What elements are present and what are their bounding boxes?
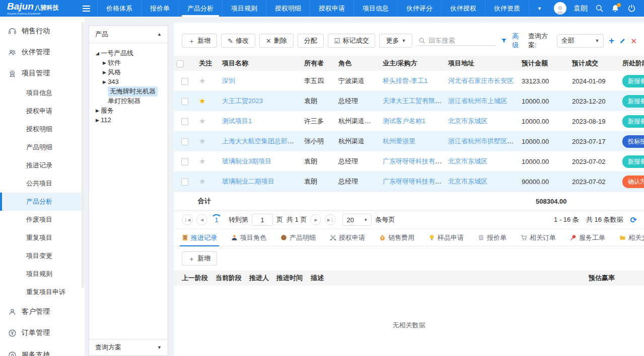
tree-node-lamp-controller[interactable]: 单灯控制器 [92,96,165,106]
table-row[interactable]: ★ 深圳 李五四 宁波渠道 桥头排骨-李工1 河北省石家庄市长安区 33123.… [174,71,644,91]
per-page-select[interactable]: 20 ▼ [342,214,372,226]
nav-item-project-info[interactable]: 项目信息 [353,0,397,17]
address-link[interactable]: 北京市东城区 [448,157,487,165]
add-button[interactable]: ＋新增 [182,34,217,48]
tree-collapsed-arrow-icon[interactable]: ▶ [94,108,101,113]
row-checkbox[interactable] [181,179,188,186]
tree-expanded-arrow-icon[interactable]: ◢ [94,51,101,56]
refresh-icon[interactable]: ⟳ [630,215,637,225]
tree-collapsed-arrow-icon[interactable]: ▶ [101,70,108,75]
project-name-link[interactable]: 上海大大航空集团总部大楼... [222,137,301,145]
project-name-link[interactable]: 玻璃制业二期项目 [222,177,274,185]
sidebar-group-sales-action[interactable]: 销售行动 [0,21,85,42]
col-close-date[interactable]: 预计成交 [569,56,619,71]
sidebar-item-voided-projects[interactable]: 作废项目 [0,211,85,229]
sidebar-group-order-mgmt[interactable]: 订单管理 [0,322,85,343]
more-button[interactable]: 更多▼ [379,34,412,48]
tab-service-orders[interactable]: 服务工单 [570,229,605,246]
sidebar-item-duplicate-appeal[interactable]: 重复项目申诉 [0,283,85,301]
power-icon[interactable] [627,4,636,13]
sidebar-group-service-support[interactable]: 服务支持 [0,344,85,356]
search-input[interactable] [428,37,494,44]
prev-page-button[interactable]: ◀ [196,214,207,225]
nav-more-caret-icon[interactable]: ▼ [529,0,550,17]
tab-quotation[interactable]: 报价单 [478,229,507,246]
address-link[interactable]: 浙江省杭州市上城区 [448,97,507,105]
nav-item-quotation[interactable]: 报价单 [141,0,178,17]
star-icon[interactable]: ★ [199,177,205,186]
star-icon[interactable]: ★ [199,76,205,85]
nav-item-price-system[interactable]: 价格体系 [97,0,141,17]
last-page-button[interactable]: ▶❘ [325,214,336,225]
nav-item-product-analysis[interactable]: 产品分析 [178,0,222,17]
col-address[interactable]: 项目地址 [445,56,519,71]
detail-add-button[interactable]: ＋新增 [182,251,217,265]
sidebar-item-project-changes[interactable]: 项目变更 [0,247,85,265]
nav-item-partner-score[interactable]: 伙伴评分 [397,0,441,17]
edit-button[interactable]: ✎修改 [221,34,255,48]
col-buyer[interactable]: 业主/采购方 [380,56,445,71]
buyer-link[interactable]: 天津大王工贸有限公司 [383,97,445,105]
buyer-link[interactable]: 广东呀呀呀科技有限... [383,177,445,185]
filter-funnel-icon[interactable] [501,37,507,44]
plan-select[interactable]: 全部 ▼ [557,34,604,48]
project-name-link[interactable]: 深圳 [222,77,235,84]
address-link[interactable]: 浙江省杭州市拱墅区建国北... [448,137,519,145]
sidebar-group-customer-mgmt[interactable]: 客户管理 [0,301,85,322]
tree-node-software[interactable]: ▶ 软件 [92,58,165,67]
buyer-link[interactable]: 测试客户名称1 [383,117,425,125]
sidebar-item-product-detail[interactable]: 产品明细 [0,138,85,156]
tab-related-orders[interactable]: 相关订单 [521,229,556,246]
nav-item-auth-apply[interactable]: 授权申请 [310,0,353,17]
col-follow[interactable]: 关注 [196,56,219,71]
address-link[interactable]: 北京市东城区 [448,117,487,125]
col-name[interactable]: 项目名称 [219,56,301,71]
tree-node-product-line-1[interactable]: ◢ 一号产品线 [92,48,165,58]
sidebar-item-duplicate-projects[interactable]: 重复项目 [0,229,85,247]
tree-collapsed-arrow-icon[interactable]: ▶ [94,118,101,123]
current-page[interactable]: 1 [211,214,222,225]
row-checkbox[interactable] [181,78,188,85]
row-checkbox[interactable] [181,138,188,145]
add-plan-icon[interactable]: + [609,36,614,45]
avatar[interactable] [554,2,566,15]
edit-plan-pencil-icon[interactable] [619,37,626,45]
mark-deal-button[interactable]: ☑标记成交 [328,34,376,48]
sidebar-item-project-rules[interactable]: 项目规则 [0,265,85,283]
sidebar-scrollbar[interactable] [82,22,84,288]
star-icon[interactable]: ★ [199,97,205,105]
nav-item-project-rules[interactable]: 项目规则 [222,0,266,17]
tree-node-time-machine-selected[interactable]: 无悔牌时光机器 [92,86,165,96]
tab-product-detail[interactable]: 产品明细 [280,229,316,246]
col-stage[interactable]: 所处阶段 [619,56,644,71]
table-row[interactable]: ★ 测试项目1 许三多 杭州渠道经理 测试客户名称1 北京市东城区 10000.… [174,111,644,131]
next-page-button[interactable]: ▶ [310,214,321,225]
sidebar-group-partner-mgmt[interactable]: 伙伴管理 [0,42,85,63]
project-name-link[interactable]: 大王工贸2023 [222,97,263,105]
search-icon[interactable] [595,4,604,13]
sidebar-item-product-analysis[interactable]: 产品分析 [0,193,85,211]
goto-page-input[interactable] [252,214,273,226]
tab-auth-apply[interactable]: 授权申请 [330,229,365,246]
row-checkbox[interactable] [181,98,188,105]
tree-node-112[interactable]: ▶ 112 [92,115,165,125]
table-row[interactable]: ★ 玻璃制业二期项目 袁朗 总经理 广东呀呀呀科技有限... 北京市东城区 90… [174,171,644,192]
address-link[interactable]: 北京市东城区 [448,177,487,185]
address-link[interactable]: 河北省石家庄市长安区 [448,77,514,84]
bell-icon[interactable] [611,4,620,13]
star-icon[interactable]: ★ [199,157,205,165]
table-row[interactable]: ★ 大王工贸2023 袁朗 总经理 天津大王工贸有限公司 浙江省杭州市上城区 1… [174,91,644,111]
sidebar-item-public-projects[interactable]: 公共项目 [0,174,85,193]
buyer-link[interactable]: 广东呀呀呀科技有限... [383,157,445,165]
tab-sample-apply[interactable]: 样品申请 [428,229,464,246]
first-page-button[interactable]: ❘◀ [182,214,193,225]
sidebar-item-auth-detail[interactable]: 授权明细 [0,120,85,138]
select-all-checkbox[interactable] [177,60,184,67]
sidebar-item-project-info[interactable]: 项目信息 [0,84,85,102]
user-name[interactable]: 袁朗 [574,4,588,13]
project-name-link[interactable]: 测试项目1 [222,117,252,125]
buyer-link[interactable]: 杭州爱浙里 [383,137,415,145]
hamburger-icon[interactable] [76,0,97,17]
advanced-link[interactable]: 高级 [512,32,523,50]
col-owner[interactable]: 所有者 [301,56,335,71]
